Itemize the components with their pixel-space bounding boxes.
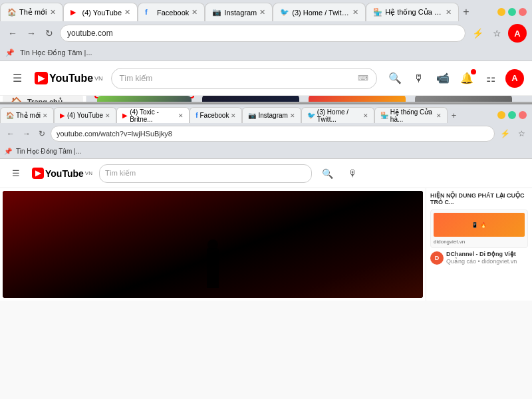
- tab-close-yt[interactable]: ✕: [124, 8, 130, 17]
- back-button[interactable]: ←: [5, 27, 20, 40]
- bottom-back-button[interactable]: ←: [4, 128, 17, 140]
- tab-close-btn[interactable]: ✕: [50, 8, 56, 17]
- bottom-minimize-button[interactable]: [497, 111, 505, 119]
- bookmark-bar-top: 📌 Tin Học Đồng Tâm |...: [0, 45, 532, 61]
- bottom-tab-close-fb[interactable]: ✕: [231, 112, 236, 119]
- tab-title-yt: (4) YouTube: [82, 9, 122, 17]
- youtube-app-top: ☰ ▶ YouTube VN Tìm kiếm ⌨ 🔍 🎙 📹 🔔 ⚏ A Tấ…: [0, 61, 532, 102]
- bottom-yt-logo-icon: ▶: [32, 168, 44, 179]
- thumbnail-toxic: TOXIC Rain Cara 3:10: [97, 96, 192, 102]
- youtube-logo-sup: VN: [94, 75, 103, 82]
- tab-favicon-ig: 📷: [212, 8, 221, 17]
- tab-instagram[interactable]: 📷 Instagram ✕: [205, 3, 273, 21]
- extensions-button[interactable]: ⚡: [469, 27, 486, 40]
- tab-hethong[interactable]: 🏪 Hệ thống Cửa hàng S... ✕: [366, 3, 459, 21]
- bottom-tab-favicon-ig: 📷: [248, 112, 256, 119]
- tab-facebook[interactable]: f Facebook ✕: [138, 3, 205, 21]
- bottom-url-bar[interactable]: youtube.com/watch?v=lwjHSuBjky8: [51, 126, 495, 142]
- maximize-button[interactable]: [508, 8, 516, 16]
- bottom-search-bar[interactable]: Tìm kiếm: [99, 164, 312, 183]
- panel-ad[interactable]: 📱 🔥 didongviet.vn: [430, 209, 528, 248]
- panel-channel-subtitle: Quảng cáo • didongviet.vn: [446, 258, 517, 265]
- user-avatar[interactable]: A: [505, 69, 524, 88]
- hamburger-menu-button[interactable]: ☰: [8, 69, 27, 88]
- bottom-bookmark-button[interactable]: ☆: [515, 128, 528, 140]
- bottom-tab-yt[interactable]: ▶ (4) YouTube ✕: [54, 107, 116, 123]
- bottom-tab-facebook[interactable]: f Facebook ✕: [190, 107, 242, 123]
- tab-close-fb[interactable]: ✕: [192, 8, 198, 17]
- video-player[interactable]: [3, 191, 423, 298]
- panel-ad-image: 📱 🔥: [434, 213, 525, 237]
- tab-twitter[interactable]: 🐦 (3) Home / Twitter ✕: [273, 3, 366, 21]
- new-tab-button[interactable]: +: [459, 6, 473, 18]
- home-icon: 🏠: [11, 96, 22, 102]
- bottom-tab-title-facebook: Facebook: [200, 112, 229, 119]
- bookmark-label[interactable]: Tin Học Đồng Tâm |...: [20, 49, 92, 57]
- bottom-tab-instagram[interactable]: 📷 Instagram ✕: [242, 107, 301, 123]
- bottom-tab-title-toxic: (4) Toxic - Britne...: [130, 108, 176, 123]
- panel-channel-info: DChannel - Di Động Việt Quảng cáo • dido…: [446, 251, 517, 265]
- bottom-url-text: youtube.com/watch?v=lwjHSuBjky8: [57, 130, 172, 138]
- tab-close-ht[interactable]: ✕: [446, 8, 452, 17]
- bottom-tab-title-instagram: Instagram: [258, 112, 287, 119]
- bottom-reload-button[interactable]: ↻: [36, 128, 48, 140]
- bottom-tab-close-yt[interactable]: ✕: [105, 112, 110, 119]
- bottom-forward-button[interactable]: →: [20, 128, 33, 140]
- panel-title: HIỆN NỘI DUNG PHÁT LẠI CUỘC TRÒ C...: [430, 192, 528, 205]
- bottom-tab-close-tw[interactable]: ✕: [363, 112, 368, 119]
- tab-favicon-yt: ▶: [70, 8, 80, 17]
- bottom-hamburger-button[interactable]: ☰: [7, 164, 25, 183]
- close-button[interactable]: [519, 8, 527, 16]
- address-bar-bottom: ← → ↻ youtube.com/watch?v=lwjHSuBjky8 ⚡ …: [0, 123, 532, 144]
- bottom-tab-title-hethong: Hệ thống Cửa hà...: [390, 108, 434, 123]
- tab-youtube[interactable]: ▶ (4) YouTube ✕: [63, 3, 138, 21]
- bottom-tab-close-ht[interactable]: ✕: [436, 112, 442, 119]
- search-bar-top[interactable]: Tìm kiếm ⌨: [111, 68, 377, 89]
- panel-channel-name: DChannel - Di Động Việt: [446, 251, 517, 258]
- youtube-logo-icon: ▶: [35, 72, 48, 84]
- url-text: youtube.com: [67, 29, 113, 38]
- search-icon-button[interactable]: 🔍: [386, 69, 404, 88]
- bottom-new-tab-button[interactable]: +: [448, 110, 461, 120]
- bottom-tab-new[interactable]: 🏠 Thẻ mới ✕: [0, 107, 54, 123]
- bottom-tab-close-ig[interactable]: ✕: [290, 112, 295, 119]
- apps-grid-button[interactable]: ⚏: [481, 69, 500, 88]
- bottom-extensions-button[interactable]: ⚡: [497, 128, 513, 140]
- forward-button[interactable]: →: [24, 27, 39, 40]
- tab-bar-bottom: 🏠 Thẻ mới ✕ ▶ (4) YouTube ✕ ▶ (4) Toxic …: [0, 104, 532, 123]
- tab-new[interactable]: 🏠 Thẻ mới ✕: [0, 3, 63, 21]
- bottom-tab-close-toxic[interactable]: ✕: [178, 112, 184, 119]
- reload-button[interactable]: ↻: [43, 27, 56, 40]
- bottom-tab-title-new: Thẻ mới: [16, 112, 41, 119]
- tab-close-ig[interactable]: ✕: [259, 8, 265, 17]
- tab-favicon-tw: 🐦: [280, 8, 289, 17]
- profile-avatar[interactable]: A: [508, 24, 527, 43]
- notifications-button[interactable]: 🔔: [458, 69, 476, 88]
- bottom-mic-button[interactable]: 🎙: [344, 164, 362, 183]
- bottom-tab-favicon-tw: 🐦: [307, 112, 315, 119]
- minimize-button[interactable]: [497, 8, 505, 16]
- bottom-bookmark-label[interactable]: Tin Học Đồng Tâm |...: [16, 148, 81, 155]
- bottom-tab-close-new[interactable]: ✕: [43, 112, 48, 119]
- bottom-youtube-app: ☰ ▶ YouTube VN Tìm kiếm 🔍 🎙: [0, 159, 532, 301]
- bottom-tab-favicon-toxic: ▶: [122, 112, 128, 119]
- panel-channel[interactable]: D DChannel - Di Động Việt Quảng cáo • di…: [430, 251, 528, 265]
- bottom-close-button[interactable]: [519, 111, 527, 119]
- microphone-icon-button[interactable]: 🎙: [410, 69, 428, 88]
- tab-favicon-ht: 🏪: [373, 8, 382, 17]
- bottom-search-button[interactable]: 🔍: [319, 164, 337, 183]
- bottom-youtube-logo: ▶ YouTube VN: [32, 168, 92, 179]
- bottom-tab-toxic[interactable]: ▶ (4) Toxic - Britne... ✕: [116, 107, 190, 123]
- video-create-button[interactable]: 📹: [434, 69, 452, 88]
- bookmark-button[interactable]: ☆: [490, 27, 504, 40]
- bottom-tab-twitter[interactable]: 🐦 (3) Home / Twitt... ✕: [301, 107, 374, 123]
- tab-title-fb: Facebook: [157, 9, 189, 17]
- tab-title-tw: (3) Home / Twitter: [292, 9, 350, 17]
- tab-close-tw[interactable]: ✕: [352, 8, 358, 17]
- bottom-tab-hethong[interactable]: 🏪 Hệ thống Cửa hà... ✕: [374, 107, 448, 123]
- bottom-maximize-button[interactable]: [508, 111, 516, 119]
- url-bar[interactable]: youtube.com: [60, 25, 466, 42]
- bottom-tab-favicon-fb: f: [196, 112, 198, 119]
- video-frame: [3, 191, 423, 298]
- bottom-window-controls: [492, 111, 532, 119]
